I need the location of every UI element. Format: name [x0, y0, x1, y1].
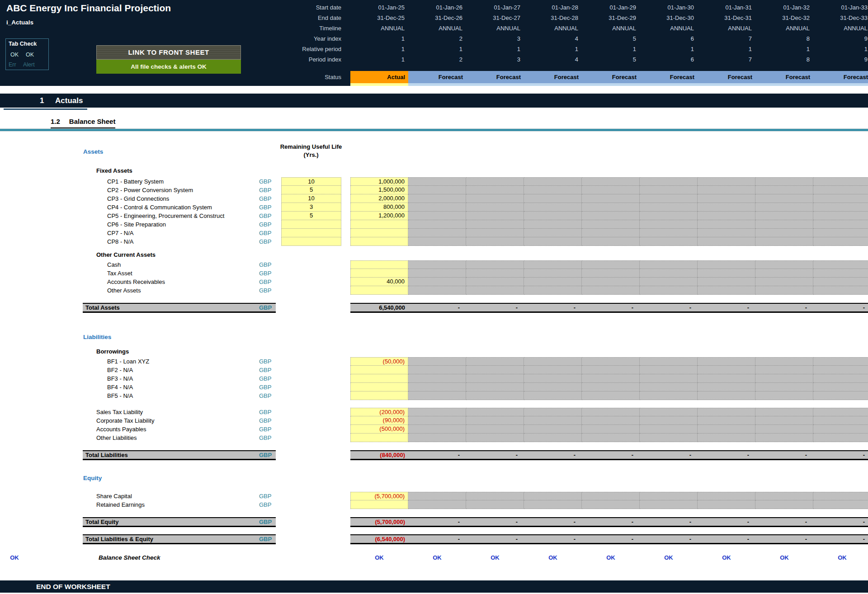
forecast-grid-cell[interactable] — [698, 186, 755, 194]
forecast-grid-cell[interactable] — [582, 416, 640, 425]
forecast-grid-cell[interactable] — [582, 269, 640, 278]
forecast-grid-cell[interactable] — [466, 383, 524, 391]
forecast-grid-cell[interactable] — [524, 260, 582, 269]
forecast-grid-cell[interactable] — [698, 434, 755, 442]
forecast-grid-cell[interactable] — [813, 374, 868, 383]
forecast-grid-cell[interactable] — [813, 425, 868, 434]
forecast-grid-cell[interactable] — [582, 194, 640, 203]
forecast-grid-cell[interactable] — [582, 278, 640, 286]
forecast-grid-cell[interactable] — [698, 260, 755, 269]
value-input-cell[interactable]: (5,700,000) — [350, 492, 408, 500]
forecast-grid-cell[interactable] — [408, 286, 466, 295]
forecast-grid-cell[interactable] — [408, 357, 466, 366]
forecast-grid-cell[interactable] — [524, 408, 582, 416]
forecast-grid-cell[interactable] — [813, 286, 868, 295]
forecast-grid-cell[interactable] — [813, 212, 868, 220]
forecast-grid-cell[interactable] — [466, 203, 524, 212]
forecast-grid-cell[interactable] — [813, 237, 868, 246]
forecast-grid-cell[interactable] — [582, 260, 640, 269]
value-input-cell[interactable] — [350, 237, 408, 246]
forecast-grid-cell[interactable] — [524, 203, 582, 212]
forecast-grid-cell[interactable] — [813, 220, 868, 229]
forecast-grid-cell[interactable] — [408, 237, 466, 246]
value-input-cell[interactable] — [350, 391, 408, 400]
forecast-grid-cell[interactable] — [640, 500, 698, 509]
forecast-grid-cell[interactable] — [755, 500, 813, 509]
forecast-grid-cell[interactable] — [813, 416, 868, 425]
forecast-grid-cell[interactable] — [813, 383, 868, 391]
forecast-grid-cell[interactable] — [755, 434, 813, 442]
link-to-front-sheet-button[interactable]: LINK TO FRONT SHEET — [96, 45, 241, 60]
forecast-grid-cell[interactable] — [698, 194, 755, 203]
value-input-cell[interactable] — [350, 366, 408, 374]
rul-input-cell[interactable]: 5 — [281, 212, 341, 220]
forecast-grid-cell[interactable] — [813, 186, 868, 194]
forecast-grid-cell[interactable] — [813, 203, 868, 212]
forecast-grid-cell[interactable] — [698, 383, 755, 391]
forecast-grid-cell[interactable] — [524, 269, 582, 278]
forecast-grid-cell[interactable] — [755, 269, 813, 278]
forecast-grid-cell[interactable] — [640, 425, 698, 434]
forecast-grid-cell[interactable] — [408, 416, 466, 425]
value-input-cell[interactable] — [350, 220, 408, 229]
forecast-grid-cell[interactable] — [640, 220, 698, 229]
forecast-grid-cell[interactable] — [582, 203, 640, 212]
value-input-cell[interactable]: 800,000 — [350, 203, 408, 212]
forecast-grid-cell[interactable] — [582, 383, 640, 391]
forecast-grid-cell[interactable] — [524, 434, 582, 442]
value-input-cell[interactable] — [350, 286, 408, 295]
forecast-grid-cell[interactable] — [466, 269, 524, 278]
forecast-grid-cell[interactable] — [755, 203, 813, 212]
forecast-grid-cell[interactable] — [640, 434, 698, 442]
forecast-grid-cell[interactable] — [524, 286, 582, 295]
forecast-grid-cell[interactable] — [813, 177, 868, 186]
forecast-grid-cell[interactable] — [755, 237, 813, 246]
forecast-grid-cell[interactable] — [408, 500, 466, 509]
forecast-grid-cell[interactable] — [813, 434, 868, 442]
value-input-cell[interactable] — [350, 374, 408, 383]
forecast-grid-cell[interactable] — [698, 357, 755, 366]
forecast-grid-cell[interactable] — [755, 416, 813, 425]
forecast-grid-cell[interactable] — [524, 177, 582, 186]
value-input-cell[interactable]: 1,000,000 — [350, 177, 408, 186]
forecast-grid-cell[interactable] — [582, 366, 640, 374]
forecast-grid-cell[interactable] — [466, 492, 524, 500]
forecast-grid-cell[interactable] — [524, 366, 582, 374]
forecast-grid-cell[interactable] — [640, 391, 698, 400]
forecast-grid-cell[interactable] — [466, 500, 524, 509]
forecast-grid-cell[interactable] — [698, 408, 755, 416]
forecast-grid-cell[interactable] — [582, 186, 640, 194]
forecast-grid-cell[interactable] — [813, 357, 868, 366]
forecast-grid-cell[interactable] — [524, 212, 582, 220]
forecast-grid-cell[interactable] — [524, 492, 582, 500]
forecast-grid-cell[interactable] — [813, 366, 868, 374]
forecast-grid-cell[interactable] — [408, 220, 466, 229]
forecast-grid-cell[interactable] — [640, 492, 698, 500]
forecast-grid-cell[interactable] — [408, 425, 466, 434]
forecast-grid-cell[interactable] — [698, 416, 755, 425]
forecast-grid-cell[interactable] — [466, 229, 524, 237]
forecast-grid-cell[interactable] — [755, 425, 813, 434]
forecast-grid-cell[interactable] — [466, 260, 524, 269]
forecast-grid-cell[interactable] — [582, 220, 640, 229]
forecast-grid-cell[interactable] — [524, 237, 582, 246]
forecast-grid-cell[interactable] — [640, 237, 698, 246]
forecast-grid-cell[interactable] — [408, 366, 466, 374]
forecast-grid-cell[interactable] — [640, 260, 698, 269]
forecast-grid-cell[interactable] — [582, 229, 640, 237]
forecast-grid-cell[interactable] — [640, 408, 698, 416]
forecast-grid-cell[interactable] — [813, 500, 868, 509]
forecast-grid-cell[interactable] — [408, 492, 466, 500]
forecast-grid-cell[interactable] — [813, 408, 868, 416]
forecast-grid-cell[interactable] — [698, 237, 755, 246]
forecast-grid-cell[interactable] — [408, 260, 466, 269]
forecast-grid-cell[interactable] — [698, 374, 755, 383]
forecast-grid-cell[interactable] — [466, 194, 524, 203]
forecast-grid-cell[interactable] — [640, 366, 698, 374]
forecast-grid-cell[interactable] — [640, 357, 698, 366]
forecast-grid-cell[interactable] — [408, 434, 466, 442]
forecast-grid-cell[interactable] — [640, 374, 698, 383]
forecast-grid-cell[interactable] — [813, 229, 868, 237]
value-input-cell[interactable] — [350, 434, 408, 442]
forecast-grid-cell[interactable] — [582, 425, 640, 434]
